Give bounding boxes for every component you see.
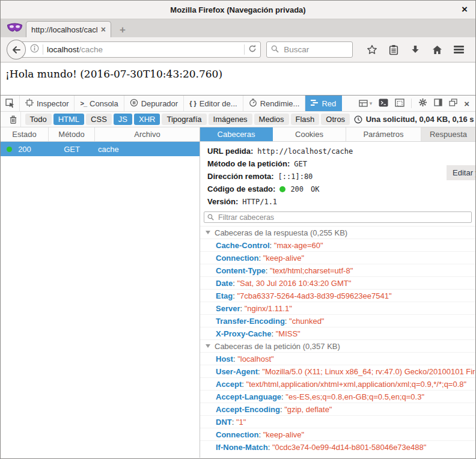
home-icon[interactable] bbox=[426, 45, 448, 55]
reading-list-icon[interactable] bbox=[383, 44, 404, 55]
title-bar: Mozilla Firefox (Navegación privada) × bbox=[1, 1, 475, 19]
tab-cookies[interactable]: Cookies bbox=[273, 127, 346, 141]
headers-filter-input[interactable] bbox=[217, 213, 468, 222]
header-row[interactable]: X-Proxy-Cache: "MISS" bbox=[200, 327, 475, 339]
header-value: "localhost" bbox=[237, 354, 274, 363]
tab-label: Rendimie... bbox=[260, 99, 300, 108]
filter-xhr[interactable]: XHR bbox=[134, 114, 160, 125]
tab-params[interactable]: Parámetros bbox=[346, 127, 421, 141]
header-value: "7cba6337-5264-4ad3-8d39-d59623ee7541" bbox=[237, 291, 391, 300]
header-row[interactable]: Connection: "keep-alive" bbox=[200, 251, 475, 264]
tab-performance[interactable]: Rendimie... bbox=[243, 96, 306, 111]
header-row[interactable]: DNT: "1" bbox=[200, 415, 475, 428]
header-row[interactable]: Host: "localhost" bbox=[200, 352, 475, 365]
header-row[interactable]: If-None-Match: "0cdc3e74-0e99-4d14-b801-… bbox=[200, 440, 475, 453]
url-host: localhost bbox=[47, 45, 79, 54]
devtools-close-icon[interactable]: × bbox=[464, 99, 469, 109]
settings-gear-icon[interactable] bbox=[418, 98, 427, 109]
header-value: "0cdc3e74-0e99-4d14-b801-58046e73e488" bbox=[272, 443, 426, 452]
pick-element-icon[interactable] bbox=[1, 96, 20, 111]
toolbox-tabs-icon[interactable]: ▾ bbox=[359, 99, 373, 108]
tab-style-editor[interactable]: { } Editor de... bbox=[184, 96, 243, 111]
filter-html[interactable]: HTML bbox=[53, 114, 84, 125]
column-header-file[interactable]: Archivo bbox=[95, 127, 200, 141]
header-name: Accept-Language bbox=[216, 392, 281, 401]
clear-requests-trash-icon[interactable] bbox=[5, 112, 21, 127]
header-row[interactable]: Cache-Control: "max-age=60" bbox=[200, 239, 475, 251]
performance-icon bbox=[249, 99, 257, 109]
header-colon: : bbox=[240, 304, 244, 313]
filter-css[interactable]: CSS bbox=[86, 114, 112, 125]
devtools-toolbar-buttons: ▾ × bbox=[353, 96, 475, 111]
search-input[interactable] bbox=[282, 44, 343, 55]
tab-label: Depurador bbox=[141, 99, 178, 108]
filter-todo[interactable]: Todo bbox=[25, 114, 52, 125]
status-green-dot bbox=[7, 147, 12, 152]
summary-label: URL pedida: bbox=[207, 147, 253, 156]
summary-label: Versión: bbox=[207, 197, 238, 206]
debugger-icon bbox=[130, 99, 138, 109]
tab-inspector[interactable]: Inspector bbox=[20, 96, 75, 111]
new-tab-button[interactable]: + bbox=[114, 23, 132, 37]
tab-close-icon[interactable]: × bbox=[101, 25, 106, 34]
network-summary: Una solicitud, 0,04 KB, 0,16 s bbox=[354, 115, 474, 124]
header-row[interactable]: Server: "nginx/1.11.1" bbox=[200, 302, 475, 314]
filter-tipografía[interactable]: Tipografía bbox=[162, 114, 206, 125]
header-row[interactable]: Transfer-Encoding: "chunked" bbox=[200, 314, 475, 327]
header-row[interactable]: Etag: "7cba6337-5264-4ad3-8d39-d59623ee7… bbox=[200, 289, 475, 302]
header-row[interactable]: Accept-Encoding: "gzip, deflate" bbox=[200, 403, 475, 415]
window-close-icon[interactable]: × bbox=[462, 4, 468, 16]
headers-section-toggle[interactable]: Cabeceras de la respuesta (0,255 KB) bbox=[200, 226, 475, 239]
url-input[interactable]: localhost/cache bbox=[47, 45, 240, 54]
tab-headers[interactable]: Cabeceras bbox=[200, 127, 273, 141]
summary-url-row: URL pedida: http://localhost/cache bbox=[207, 145, 475, 157]
split-console-icon[interactable] bbox=[379, 99, 388, 109]
filter-medios[interactable]: Medios bbox=[254, 114, 289, 125]
request-summary: URL pedida: http://localhost/cache Métod… bbox=[200, 142, 475, 209]
header-colon: : bbox=[285, 317, 289, 326]
downloads-icon[interactable] bbox=[404, 45, 426, 55]
column-header-status[interactable]: Estado bbox=[1, 127, 49, 141]
bookmark-star-icon[interactable] bbox=[361, 44, 383, 55]
private-browsing-mask-icon bbox=[7, 23, 23, 35]
header-name: If-None-Match bbox=[216, 443, 268, 452]
browser-tab[interactable]: http://localhost/cache × bbox=[26, 21, 111, 37]
header-row[interactable]: Content-Type: "text/html;charset=utf-8" bbox=[200, 264, 475, 276]
header-name: X-Proxy-Cache bbox=[216, 329, 271, 338]
header-row[interactable]: Accept: "text/html,application/xhtml+xml… bbox=[200, 377, 475, 390]
headers-filter-box[interactable] bbox=[204, 211, 472, 223]
header-row[interactable]: Connection: "keep-alive" bbox=[200, 428, 475, 440]
menu-icon[interactable] bbox=[448, 44, 469, 55]
header-row[interactable]: Date: "Sat, 30 Jul 2016 10:43:20 GMT" bbox=[200, 276, 475, 289]
column-header-method[interactable]: Método bbox=[49, 127, 95, 141]
tab-label: Editor de... bbox=[200, 99, 237, 108]
header-row[interactable]: User-Agent: "Mozilla/5.0 (X11; Linux x86… bbox=[200, 365, 475, 377]
back-button[interactable] bbox=[7, 40, 26, 59]
headers-section-toggle[interactable]: Cabeceras de la petición (0,357 KB) bbox=[200, 339, 475, 352]
tab-console[interactable]: >_ Consola bbox=[75, 96, 124, 111]
tab-label: Inspector bbox=[37, 99, 69, 108]
filter-otros[interactable]: Otros bbox=[321, 114, 350, 125]
devtools-toolbar: Inspector >_ Consola Depurador { } Edito… bbox=[1, 96, 475, 112]
summary-remote-row: Dirección remota: [::1]:80 bbox=[207, 170, 475, 183]
site-info-icon[interactable] bbox=[30, 44, 39, 55]
header-row[interactable]: Accept-Language: "es-ES,es;q=0.8,en-GB;q… bbox=[200, 390, 475, 403]
filter-imágenes[interactable]: Imágenes bbox=[209, 114, 252, 125]
separate-window-icon[interactable] bbox=[449, 99, 457, 108]
network-main: Estado Método Archivo 200 GET cache Cabe… bbox=[1, 127, 475, 458]
tab-response[interactable]: Respuesta bbox=[421, 127, 475, 141]
dock-side-icon[interactable] bbox=[434, 99, 442, 108]
edit-resend-button[interactable]: Editar y reenviar bbox=[447, 165, 475, 180]
filter-js[interactable]: JS bbox=[114, 114, 132, 125]
header-value: "Mozilla/5.0 (X11; Linux x86_64; rv:47.0… bbox=[262, 367, 475, 376]
request-row[interactable]: 200 GET cache bbox=[1, 142, 200, 156]
tab-network[interactable]: Red bbox=[305, 96, 342, 111]
reload-icon[interactable] bbox=[248, 44, 257, 55]
filter-flash[interactable]: Flash bbox=[291, 114, 320, 125]
network-icon bbox=[311, 99, 319, 108]
search-box[interactable] bbox=[266, 41, 353, 58]
url-bar[interactable]: localhost/cache bbox=[16, 41, 261, 58]
tab-debugger[interactable]: Depurador bbox=[124, 96, 184, 111]
summary-method-row: Método de la petición: GET bbox=[207, 157, 475, 170]
responsive-mode-icon[interactable] bbox=[395, 99, 404, 109]
